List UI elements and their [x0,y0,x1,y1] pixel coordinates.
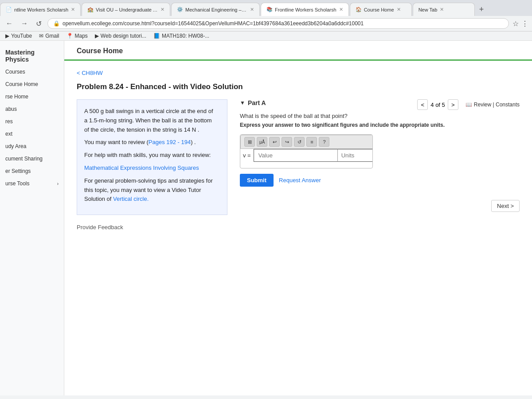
review-constants-label: Review | Constants [474,102,520,108]
units-input[interactable] [337,149,373,162]
tab-2-favicon: 🏫 [87,7,94,13]
toolbar-redo-button[interactable]: ↪ [282,137,292,147]
sidebar-app-title: Mastering Physics [0,44,64,66]
bookmark-youtube[interactable]: ▶ YouTube [5,33,32,39]
toolbar-reset-button[interactable]: ↺ [294,137,305,147]
tab-1-close[interactable]: ✕ [71,7,75,12]
bookmark-star-button[interactable]: ☆ [512,20,519,28]
bookmark-webdesign-label: Web design tutori... [101,33,146,39]
problem-columns: A 500 g ball swings in a vertical circle… [77,99,520,215]
toolbar-undo-button[interactable]: ↩ [269,137,280,147]
sidebar-item-res[interactable]: res [0,115,64,128]
browser-actions: ☆ ⋮ [512,20,528,28]
sidebar-item-user-settings[interactable]: er Settings [0,165,64,177]
math-icon: 📘 [153,33,160,39]
provide-feedback-link[interactable]: Provide Feedback [77,224,123,231]
vertical-circle-link[interactable]: Vertical circle. [113,196,149,202]
sidebar-label-study-area: udy Area [5,143,26,149]
video-prompt: For general problem-solving tips and str… [84,176,220,204]
bookmark-maps[interactable]: 📍 Maps [66,33,88,39]
prev-page-button[interactable]: < [417,99,428,110]
problem-text-line1: A 500 g ball swings in a vertical circle… [84,107,220,134]
back-button[interactable]: ← [4,19,15,28]
action-row: Submit Request Answer [240,174,520,187]
sidebar: Mastering Physics Courses Course Home rs… [0,41,64,395]
review-pages-link[interactable]: Pages 192 - 194 [149,139,191,145]
problem-left-panel: A 500 g ball swings in a vertical circle… [77,99,227,215]
sidebar-label-syllabus: abus [5,106,17,112]
sidebar-item-ext[interactable]: ext [0,128,64,140]
tab-1[interactable]: 📄 ntline Workers Scholarsh ✕ [0,3,81,16]
question-text: What is the speed of the ball at that po… [240,113,520,119]
sidebar-item-study-area[interactable]: udy Area [0,140,64,153]
tab-4-close[interactable]: ✕ [339,7,343,12]
sidebar-label-rse-home: rse Home [5,94,28,100]
answer-input-row: v = [240,149,373,162]
toolbar-keyboard-button[interactable]: ≡ [306,137,317,147]
sidebar-item-syllabus[interactable]: abus [0,103,64,115]
sidebar-label-document-sharing: cument Sharing [5,156,43,162]
breadcrumb[interactable]: CH8HW [77,70,520,76]
tab-4[interactable]: 📚 Frontline Workers Scholarsh ✕ [261,3,349,16]
tab-5-favicon: 🏠 [356,7,362,13]
tab-4-favicon: 📚 [266,7,273,13]
tab-5[interactable]: 🏠 Course Home ✕ [350,3,412,16]
math-expressions-link[interactable]: Mathematical Expressions Involving Squar… [84,164,199,171]
sidebar-item-document-sharing[interactable]: cument Sharing [0,153,64,165]
next-page-button[interactable]: > [448,99,458,110]
review-constants-link[interactable]: 📖 Review | Constants [466,102,520,108]
page-content-inner: < 4 of 5 > 📖 Review | Constants A 500 g … [77,99,520,231]
problem-title: Problem 8.24 - Enhanced - with Video Sol… [77,82,520,91]
sidebar-item-courses[interactable]: Courses [0,66,64,78]
problem-right-panel: ▼ Part A What is the speed of the ball a… [240,99,520,215]
tab-3-label: Mechanical Engineering – C... [185,7,247,12]
address-bar-row: ← → ↺ 🔒 openvellum.ecollege.com/course.h… [0,16,532,31]
new-tab-button[interactable]: + [476,5,488,14]
book-icon: 📖 [466,102,472,108]
instruction-text: Express your answer to two significant f… [240,122,520,128]
bookmark-webdesign[interactable]: ▶ Web design tutori... [95,33,146,39]
bookmark-maps-label: Maps [75,33,88,39]
sidebar-label-res: res [5,118,13,125]
answer-toolbar: ⊞ μÅ ↩ ↪ ↺ ≡ ? [240,135,373,149]
tab-1-label: ntline Workers Scholarsh [14,7,68,12]
tab-3[interactable]: ⚙️ Mechanical Engineering – C... ✕ [171,3,260,16]
tab-4-label: Frontline Workers Scholarsh [275,7,336,12]
course-home-title: Course Home [77,47,123,55]
value-input[interactable] [254,149,337,162]
browser-chrome: 📄 ntline Workers Scholarsh ✕ 🏫 Visit OU … [0,0,532,41]
tab-2-close[interactable]: ✕ [160,7,164,12]
toolbar-units-button[interactable]: μÅ [257,137,267,147]
part-label: Part A [248,99,266,106]
tab-3-favicon: ⚙️ [177,7,183,13]
bookmarks-bar: ▶ YouTube ✉ Gmail 📍 Maps ▶ Web design tu… [0,31,532,41]
youtube-icon: ▶ [5,33,9,39]
bookmark-gmail[interactable]: ✉ Gmail [39,33,59,39]
tab-2-label: Visit OU – Undergraduate A... [96,7,158,12]
bookmark-math[interactable]: 📘 MATH180: HW08-... [153,33,209,39]
toolbar-matrix-button[interactable]: ⊞ [244,137,255,147]
tab-6-close[interactable]: ✕ [440,7,444,12]
tab-6[interactable]: New Tab ✕ [413,3,475,16]
next-button[interactable]: Next > [491,200,520,212]
tab-3-close[interactable]: ✕ [250,7,254,12]
sidebar-item-course-home[interactable]: Course Home [0,78,64,90]
toolbar-help-button[interactable]: ? [319,137,329,147]
request-answer-link[interactable]: Request Answer [279,177,321,184]
bookmark-math-label: MATH180: HW08-... [162,33,209,39]
address-bar[interactable]: 🔒 openvellum.ecollege.com/course.html?co… [47,18,509,29]
reload-button[interactable]: ↺ [34,19,44,29]
math-skills-prompt: For help with math skills, you may want … [84,151,220,160]
submit-button[interactable]: Submit [240,174,274,187]
review-prompt: You may want to review (Pages 192 - 194)… [84,138,220,147]
sidebar-item-rse-home[interactable]: rse Home [0,90,64,103]
forward-button[interactable]: → [19,19,30,28]
part-triangle-icon: ▼ [240,100,245,106]
sidebar-item-course-tools[interactable]: urse Tools › [0,177,64,190]
tab-2[interactable]: 🏫 Visit OU – Undergraduate A... ✕ [82,3,170,16]
tab-5-close[interactable]: ✕ [397,7,401,12]
course-tools-arrow-icon: › [57,181,59,186]
content-body: CH8HW Problem 8.24 - Enhanced - with Vid… [64,61,532,239]
maps-icon: 📍 [66,33,73,39]
more-options-button[interactable]: ⋮ [521,20,528,28]
